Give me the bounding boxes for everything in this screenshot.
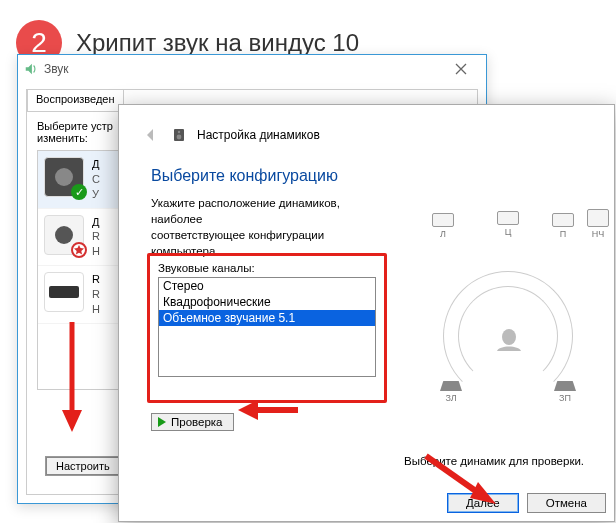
wizard-title: Настройка динамиков (197, 128, 320, 142)
speaker-setup-wizard: Настройка динамиков Выберите конфигураци… (118, 104, 615, 522)
channel-option-stereo[interactable]: Стерео (159, 278, 375, 294)
spk-label: ЗЛ (445, 393, 456, 403)
cancel-button[interactable]: Отмена (527, 493, 606, 513)
device-label: С (92, 172, 100, 187)
device-label: Н (92, 244, 100, 259)
spk-label: Ц (505, 227, 512, 237)
speaker-front-right[interactable]: П (548, 213, 578, 239)
sound-dialog-title: Звук (44, 62, 69, 76)
receiver-device-icon (44, 272, 84, 312)
page-title: Хрипит звук на виндус 10 (76, 29, 359, 57)
wizard-heading: Выберите конфигурацию (119, 151, 614, 195)
status-ok-icon: ✓ (71, 184, 87, 200)
wizard-button-row: Далее Отмена (447, 493, 606, 513)
channels-highlight-box: Звуковые каналы: Стерео Квадрофонические… (147, 253, 387, 403)
speaker-center[interactable]: Ц (493, 211, 523, 237)
svg-point-3 (177, 135, 182, 140)
speaker-device-icon (44, 215, 84, 255)
spk-label: Л (440, 229, 446, 239)
wizard-subtext-line: Укажите расположение динамиков, наиболее (151, 197, 340, 225)
wizard-header: Настройка динамиков (119, 105, 614, 151)
spk-label: П (560, 229, 566, 239)
svg-point-5 (502, 329, 516, 345)
device-label: R (92, 229, 100, 244)
channel-option-quad[interactable]: Квадрофонические (159, 294, 375, 310)
channels-listbox[interactable]: Стерео Квадрофонические Объемное звучани… (158, 277, 376, 377)
close-button[interactable] (442, 58, 480, 80)
device-label: У (92, 187, 100, 202)
test-button-label: Проверка (171, 416, 223, 428)
speaker-icon (171, 127, 187, 143)
speaker-icon (24, 62, 38, 76)
device-label: Н (92, 302, 100, 317)
speaker-rear-right[interactable]: ЗП (550, 381, 580, 403)
device-label: R (92, 272, 100, 287)
channel-option-5-1[interactable]: Объемное звучание 5.1 (159, 310, 375, 326)
play-icon (158, 417, 166, 427)
back-button[interactable] (141, 125, 161, 145)
device-label: Д (92, 215, 100, 230)
device-label: Д (92, 157, 100, 172)
svg-point-4 (178, 131, 180, 133)
configure-button[interactable]: Настроить (45, 456, 121, 476)
channels-label: Звуковые каналы: (158, 262, 376, 274)
speaker-front-left[interactable]: Л (428, 213, 458, 239)
speaker-device-icon: ✓ (44, 157, 84, 197)
speaker-rear-left[interactable]: ЗЛ (436, 381, 466, 403)
next-button[interactable]: Далее (447, 493, 519, 513)
bottom-hint: Выберите динамик для проверки. (404, 455, 604, 467)
speaker-diagram: Л Ц П НЧ ЗЛ ЗП (408, 211, 608, 411)
tab-playback[interactable]: Воспроизведен (27, 89, 124, 111)
status-error-icon (71, 242, 87, 258)
device-label: R (92, 287, 100, 302)
speaker-subwoofer[interactable]: НЧ (583, 209, 613, 239)
sound-dialog-titlebar: Звук (18, 55, 486, 83)
spk-label: ЗП (559, 393, 571, 403)
listener-head-icon (494, 327, 524, 353)
test-button[interactable]: Проверка (151, 413, 234, 431)
spk-label: НЧ (592, 229, 605, 239)
